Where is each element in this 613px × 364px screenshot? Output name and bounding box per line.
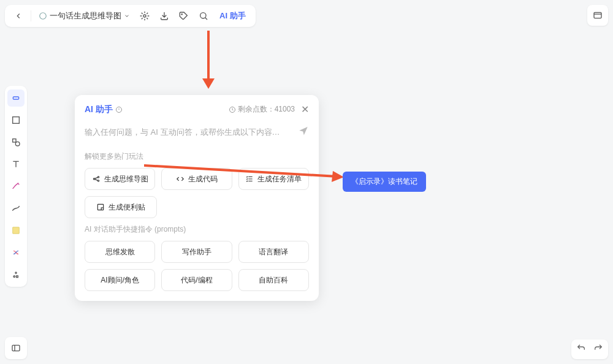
ai-panel-meta: 剩余点数：41003 ✕: [229, 104, 309, 115]
top-toolbar: 一句话生成思维导图 AI 助手: [5, 5, 256, 27]
svg-rect-7: [13, 139, 16, 142]
close-icon[interactable]: ✕: [301, 104, 309, 115]
settings-icon[interactable]: [137, 9, 152, 23]
tag-icon[interactable]: [177, 9, 191, 23]
code-programming-button[interactable]: 代码/编程: [161, 269, 232, 291]
svg-point-0: [40, 13, 47, 20]
self-help-wiki-button[interactable]: 自助百科: [238, 269, 309, 291]
generate-sticky-button[interactable]: 生成便利贴: [85, 196, 157, 218]
prompts-row-2: AI顾问/角色 代码/编程 自助百科: [85, 269, 309, 291]
popular-row-1: 生成思维导图 生成代码 生成任务清单: [85, 168, 309, 190]
brainstorm-button[interactable]: 思维发散: [85, 241, 155, 263]
svg-point-8: [15, 142, 20, 146]
mindmap-tool[interactable]: [7, 244, 25, 261]
svg-rect-18: [97, 204, 103, 210]
svg-point-1: [143, 15, 146, 17]
svg-rect-4: [594, 12, 601, 18]
sticky-note-tool[interactable]: [7, 222, 25, 239]
generate-code-button[interactable]: 生成代码: [161, 168, 232, 190]
prompts-row-1: 思维发散 写作助手 语言翻译: [85, 241, 309, 263]
writing-assistant-button[interactable]: 写作助手: [161, 241, 232, 263]
ai-assistant-panel: AI 助手 剩余点数：41003 ✕ 解锁更多热门玩法 生成思维导图 生成代码 …: [75, 95, 319, 301]
undo-redo-toolbar: [571, 339, 608, 359]
redo-button[interactable]: [593, 343, 603, 355]
generate-mindmap-button[interactable]: 生成思维导图: [85, 168, 155, 190]
text-tool[interactable]: [7, 156, 25, 173]
svg-point-16: [97, 176, 99, 178]
svg-point-17: [97, 180, 99, 181]
points-remaining: 剩余点数：41003: [238, 104, 295, 115]
svg-rect-9: [13, 227, 20, 234]
red-arrow-down: [196, 31, 221, 92]
frame-tool[interactable]: [7, 112, 25, 129]
svg-point-2: [181, 14, 182, 15]
right-panel-toggle[interactable]: [587, 5, 608, 26]
connector-tool[interactable]: [7, 200, 25, 217]
generate-tasklist-button[interactable]: 生成任务清单: [238, 168, 309, 190]
ai-consultant-button[interactable]: AI顾问/角色: [85, 269, 155, 291]
more-tools[interactable]: [7, 266, 25, 283]
svg-point-15: [93, 178, 94, 180]
tools-sidebar: [5, 86, 27, 287]
document-title[interactable]: 一句话生成思维导图: [36, 10, 132, 21]
search-icon[interactable]: [196, 9, 211, 23]
ai-panel-header: AI 助手 剩余点数：41003 ✕: [85, 104, 309, 115]
shape-tool[interactable]: [7, 134, 25, 151]
section-prompts: AI 对话助手快捷指令 (prompts): [85, 224, 309, 235]
ai-panel-title: AI 助手: [85, 104, 123, 115]
divider: [31, 10, 31, 21]
pen-tool[interactable]: [7, 178, 25, 195]
bottom-left-button[interactable]: [5, 337, 27, 359]
back-button[interactable]: [11, 9, 26, 23]
svg-rect-12: [12, 345, 20, 351]
svg-rect-6: [13, 117, 20, 124]
mindmap-root-node[interactable]: 《启示录》读书笔记: [343, 172, 426, 192]
send-icon[interactable]: [298, 125, 309, 139]
ai-prompt-input[interactable]: [85, 127, 298, 137]
svg-rect-5: [13, 97, 18, 99]
section-popular: 解锁更多热门玩法: [85, 151, 309, 162]
ai-assistant-label[interactable]: AI 助手: [216, 10, 249, 21]
popular-row-2: 生成便利贴: [85, 196, 309, 218]
svg-point-3: [200, 13, 206, 18]
document-title-text: 一句话生成思维导图: [50, 10, 121, 21]
ai-input-row: [85, 120, 309, 148]
node-tool[interactable]: [7, 89, 25, 107]
export-icon[interactable]: [157, 9, 172, 23]
svg-point-10: [13, 276, 15, 278]
translation-button[interactable]: 语言翻译: [238, 241, 309, 263]
svg-rect-11: [17, 276, 18, 278]
undo-button[interactable]: [576, 343, 586, 355]
